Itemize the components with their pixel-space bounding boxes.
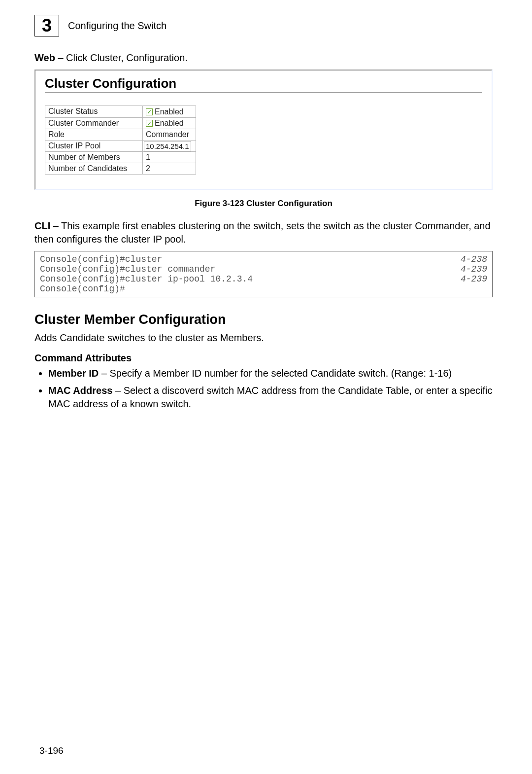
row-role: Role Commander (45, 129, 196, 141)
candidates-value: 2 (143, 163, 196, 175)
cli-cmd-3: Console(config)#cluster ip-pool 10.2.3.4 (40, 274, 253, 284)
attr-member-id: Member ID – Specify a Member ID number f… (48, 367, 493, 380)
cluster-status-checkbox-label: Enabled (155, 107, 184, 116)
cli-ref-3: 4-239 (461, 274, 487, 284)
command-attributes-title: Command Attributes (34, 352, 493, 364)
section-cluster-member-intro: Adds Candidate switches to the cluster a… (34, 331, 493, 345)
cluster-config-table: Cluster Status ✓ Enabled Cluster Command… (45, 106, 196, 175)
web-instruction: Web – Click Cluster, Configuration. (34, 51, 493, 65)
cli-ref-2: 4-239 (461, 264, 487, 274)
attr-member-id-label: Member ID (48, 368, 99, 379)
ip-pool-input[interactable]: 10.254.254.1 (144, 141, 191, 151)
cli-cmd-1: Console(config)#cluster (40, 254, 162, 264)
cluster-config-title: Cluster Configuration (45, 76, 482, 91)
cluster-config-screenshot: Cluster Configuration Cluster Status ✓ E… (34, 70, 493, 190)
section-cluster-member-title: Cluster Member Configuration (34, 312, 493, 327)
web-label: Web (34, 52, 55, 63)
cli-ref-1: 4-238 (461, 254, 487, 264)
attr-mac-address-label: MAC Address (48, 385, 112, 396)
cli-cmd-4: Console(config)# (40, 284, 125, 294)
page-number: 3-196 (39, 745, 64, 756)
attr-mac-address: MAC Address – Select a discoverd switch … (48, 384, 493, 411)
cluster-commander-value: ✓ Enabled (143, 117, 196, 129)
row-cluster-commander: Cluster Commander ✓ Enabled (45, 117, 196, 129)
cluster-commander-label: Cluster Commander (45, 117, 143, 129)
cli-line-1: Console(config)#cluster 4-238 (40, 254, 487, 264)
cli-cmd-2: Console(config)#cluster commander (40, 264, 215, 274)
attr-member-id-text: – Specify a Member ID number for the sel… (99, 368, 452, 379)
chapter-title: Configuring the Switch (68, 20, 166, 32)
row-cluster-status: Cluster Status ✓ Enabled (45, 106, 196, 118)
cli-example: Console(config)#cluster 4-238 Console(co… (34, 251, 493, 297)
web-text: – Click Cluster, Configuration. (55, 52, 188, 63)
cluster-status-value: ✓ Enabled (143, 106, 196, 118)
cluster-commander-checkbox-label: Enabled (155, 119, 184, 128)
row-candidates: Number of Candidates 2 (45, 163, 196, 175)
row-ip-pool: Cluster IP Pool 10.254.254.1 (45, 141, 196, 152)
members-label: Number of Members (45, 152, 143, 163)
cluster-commander-checkbox[interactable]: ✓ (146, 120, 153, 127)
figure-caption: Figure 3-123 Cluster Configuration (34, 199, 493, 209)
cli-line-2: Console(config)#cluster commander 4-239 (40, 264, 487, 274)
cli-line-3: Console(config)#cluster ip-pool 10.2.3.4… (40, 274, 487, 284)
cli-label: CLI (34, 220, 50, 231)
ip-pool-label: Cluster IP Pool (45, 141, 143, 152)
divider (45, 92, 482, 93)
chapter-number: 3 (42, 17, 52, 35)
cli-line-4: Console(config)# (40, 284, 487, 294)
ip-pool-value-cell: 10.254.254.1 (143, 141, 196, 152)
candidates-label: Number of Candidates (45, 163, 143, 175)
cli-intro: CLI – This example first enables cluster… (34, 219, 493, 246)
chapter-number-icon: 3 (34, 15, 59, 36)
attr-mac-address-text: – Select a discoverd switch MAC address … (48, 385, 493, 409)
cluster-status-label: Cluster Status (45, 106, 143, 118)
page-header: 3 Configuring the Switch (34, 15, 493, 36)
command-attributes-list: Member ID – Specify a Member ID number f… (34, 367, 493, 411)
role-label: Role (45, 129, 143, 141)
row-members: Number of Members 1 (45, 152, 196, 163)
members-value: 1 (143, 152, 196, 163)
cli-text: – This example first enables clustering … (34, 220, 491, 245)
role-value: Commander (143, 129, 196, 141)
cluster-status-checkbox[interactable]: ✓ (146, 108, 153, 115)
